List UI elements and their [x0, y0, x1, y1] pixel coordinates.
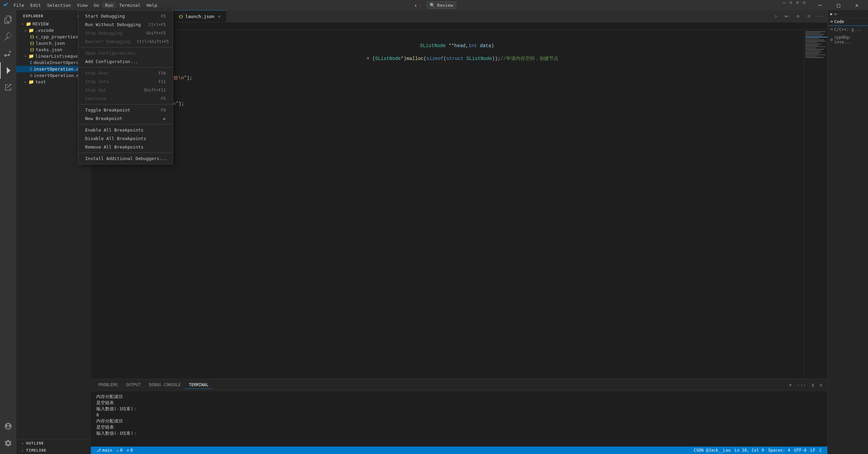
start-debugging-shortcut: F5 — [161, 14, 166, 19]
maximize-btn[interactable]: □ — [831, 0, 846, 10]
menu-view[interactable]: View — [74, 2, 90, 8]
code-line-blank: SListNode **head,int data) — [111, 36, 804, 49]
menu-run[interactable]: Run — [102, 2, 116, 8]
menu-add-configuration[interactable]: Add Configuration... — [78, 57, 173, 66]
editor-actions: ▷ ▶▷ ⚙ ⊟ ··· — [769, 10, 827, 22]
menu-disable-all-breakpoints[interactable]: Disable All Breakpoints — [78, 134, 173, 143]
status-attribution[interactable]: CSDN @Jack__Lau — [692, 448, 732, 453]
app-icon — [3, 2, 9, 8]
split-terminal-btn[interactable]: ··· — [795, 382, 808, 388]
close-panel-btn[interactable]: ✕ — [818, 382, 824, 388]
minimize-btn[interactable]: ─ — [812, 0, 828, 10]
step-out-label: Step Out — [85, 87, 106, 93]
right-panel-tab-code[interactable]: ⌨ Code — [828, 18, 868, 26]
menu-run-without-debugging[interactable]: Run Without Debugging Ctrl+F5 — [78, 20, 173, 29]
menu-enable-all-breakpoints[interactable]: Enable All Breakpoints — [78, 126, 173, 134]
activity-settings[interactable] — [0, 435, 16, 451]
tab-close-icon[interactable]: ✕ — [218, 14, 220, 19]
add-terminal-btn[interactable]: + — [787, 382, 793, 388]
split-editor-btn[interactable]: ⊟ — [804, 12, 814, 20]
terminal-line: 内存分配成功 — [96, 418, 822, 424]
activity-source-control[interactable] — [0, 45, 16, 62]
menu-restart-debugging: Restart Debugging Ctrl+Shift+F5 — [78, 37, 173, 46]
timeline-label: TIMELINE — [26, 448, 46, 453]
outline-section[interactable]: ▸ OUTLINE — [16, 440, 91, 447]
layout-icon-4[interactable]: ⊟ — [802, 0, 807, 10]
separator-4 — [78, 124, 173, 124]
exe-icon: ⚙ — [30, 73, 33, 78]
activity-search[interactable] — [0, 28, 16, 45]
step-over-label: Step Over — [85, 71, 109, 76]
menu-terminal[interactable]: Terminal — [117, 2, 143, 8]
status-branch[interactable]: ⎇ main — [94, 448, 114, 453]
settings-btn[interactable]: ⚙ — [793, 12, 803, 20]
menu-new-breakpoint[interactable]: New Breakpoint ▶ — [78, 114, 173, 123]
tab-problems[interactable]: PROBLEMS — [94, 381, 122, 389]
status-spaces[interactable]: Spaces: 4 — [766, 448, 792, 453]
tab-debug-console[interactable]: DEBUG CONSOLE — [145, 381, 185, 389]
menu-start-debugging[interactable]: Start Debugging F5 — [78, 12, 173, 20]
timeline-section[interactable]: ▸ TIMELINE — [16, 447, 91, 454]
open-configurations-label: Open Configurations — [85, 51, 136, 56]
tab-terminal[interactable]: TERMINAL — [185, 381, 213, 389]
menu-selection[interactable]: Selection — [44, 2, 74, 8]
tree-label: insertOperation.exe — [34, 73, 84, 78]
continue-shortcut: F5 — [161, 96, 166, 101]
activity-extensions[interactable] — [0, 79, 16, 96]
status-position[interactable]: Ln 18, Col 9 — [732, 448, 766, 453]
tab-launch-json[interactable]: {} launch.json ✕ — [173, 10, 226, 22]
menu-help[interactable]: Help — [144, 2, 160, 8]
layout-icon-1[interactable]: ▭ — [782, 0, 787, 10]
collapse-icon: ▸ — [22, 441, 24, 445]
search-bar[interactable]: 🔍 Review — [427, 1, 456, 9]
close-btn[interactable]: ✕ — [849, 0, 865, 10]
activity-files[interactable] — [0, 12, 16, 28]
run-btn[interactable]: ▷ — [772, 12, 781, 20]
menu-remove-all-breakpoints[interactable]: Remove All Breakpoints — [78, 143, 173, 151]
terminal-panel: PROBLEMS OUTPUT DEBUG CONSOLE TERMINAL +… — [91, 379, 827, 447]
status-encoding[interactable]: UTF-8 — [792, 448, 808, 453]
menu-go[interactable]: Go — [91, 2, 102, 8]
disable-all-breakpoints-label: Disable All Breakpoints — [85, 136, 146, 141]
restart-debugging-label: Restart Debugging — [85, 39, 130, 44]
git-branch-icon: ⎇ — [96, 448, 101, 453]
right-panel-tab-cpp[interactable]: ⌨ C/C++: g... — [828, 26, 868, 34]
cpp-icon: ⌨ — [830, 27, 833, 32]
menu-step-out: Step Out Shift+F11 — [78, 86, 173, 94]
code-editor[interactable]: 10 13 15 16 17 18 19 20 21 22 23 24 — [91, 30, 804, 379]
run-debug-btn[interactable]: ▶▷ — [783, 12, 792, 20]
status-eol[interactable]: LF — [808, 448, 817, 453]
nav-back-btn[interactable]: ‹ — [414, 2, 418, 9]
menu-toggle-breakpoint[interactable]: Toggle Breakpoint F9 — [78, 106, 173, 114]
status-warnings[interactable]: ⚠ 0 — [114, 448, 124, 453]
code-line-19: exit(1); — [111, 81, 804, 88]
collapse-icon: ▸ — [24, 80, 26, 84]
terminal-content[interactable]: 内存分配成功 是空链表 输入数值(-1结束)： 8 内存分配成功 是空链表 输入… — [91, 391, 827, 447]
status-language[interactable]: C — [817, 448, 824, 453]
outline-label: OUTLINE — [26, 441, 44, 446]
menu-continue: Continue F5 — [78, 94, 173, 103]
maximize-panel-btn[interactable]: ∧ — [810, 382, 816, 388]
remove-all-breakpoints-label: Remove All Breakpoints — [85, 144, 143, 150]
install-additional-debuggers-label: Install Additional Debuggers... — [85, 156, 167, 161]
menu-edit[interactable]: Edit — [27, 2, 43, 8]
branch-name: main — [102, 448, 112, 453]
breadcrumb: insertOperation.c > S SListNode — [91, 22, 827, 30]
tab-code-label: Code — [834, 19, 844, 24]
warning-count: 0 — [120, 448, 122, 453]
menu-install-additional-debuggers[interactable]: Install Additional Debuggers... — [78, 154, 173, 163]
tab-output[interactable]: OUTPUT — [122, 381, 145, 389]
layout-icon-2[interactable]: ⊟ — [788, 0, 794, 10]
code-line-10: } SListNode — [111, 30, 804, 36]
status-errors[interactable]: ✕ 0 — [124, 448, 135, 453]
activity-run[interactable] — [0, 62, 16, 79]
title-bar: File Edit Selection View Go Run Terminal… — [0, 0, 868, 10]
activity-account[interactable] — [0, 418, 16, 434]
layout-icon-3[interactable]: ⊞ — [795, 0, 800, 10]
nav-forward-btn[interactable]: › — [418, 2, 422, 9]
right-panel-tab-cppdbg[interactable]: ⚙ cppdbg: inse... — [828, 34, 868, 46]
search-icon: 🔍 — [430, 3, 435, 8]
more-actions-btn[interactable]: ··· — [815, 12, 825, 20]
attribution-text: CSDN @Jack__Lau — [694, 448, 730, 453]
menu-file[interactable]: File — [11, 2, 27, 8]
